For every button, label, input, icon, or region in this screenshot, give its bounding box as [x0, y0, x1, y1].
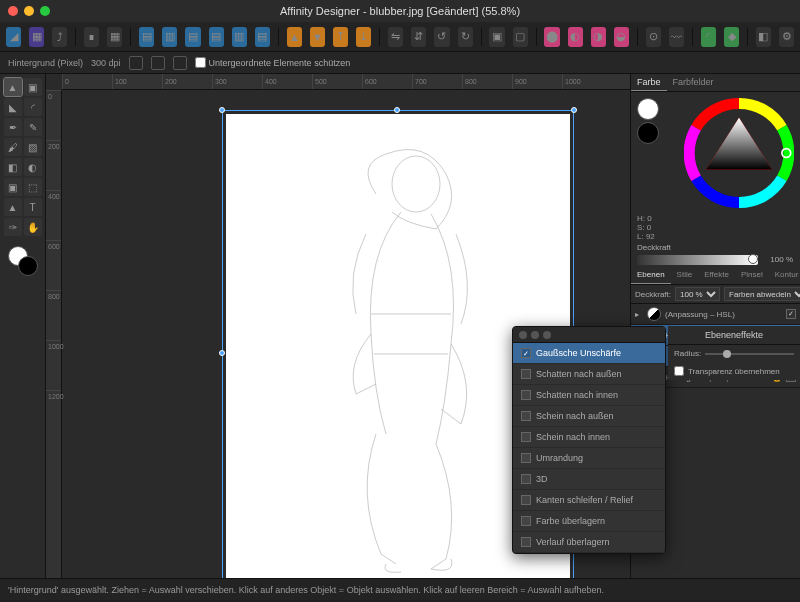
- effect-item[interactable]: Umrandung: [513, 448, 665, 469]
- opacity-value[interactable]: 100 %: [762, 254, 794, 265]
- effect-item[interactable]: Schein nach außen: [513, 406, 665, 427]
- flip-v-button[interactable]: ⇵: [411, 27, 426, 47]
- handle-tr[interactable]: [571, 107, 577, 113]
- effect-item[interactable]: Schatten nach innen: [513, 385, 665, 406]
- align-left-button[interactable]: ▤: [139, 27, 154, 47]
- persona-pixel-button[interactable]: ▦: [29, 27, 44, 47]
- crop-tool[interactable]: ▣: [4, 178, 22, 196]
- corner-button[interactable]: ◜: [701, 27, 716, 47]
- text-tool[interactable]: T: [24, 198, 42, 216]
- handle-ml[interactable]: [219, 350, 225, 356]
- effect-checkbox[interactable]: [521, 537, 531, 547]
- handle-tl[interactable]: [219, 107, 225, 113]
- effect-checkbox[interactable]: [521, 495, 531, 505]
- protect-children-checkbox[interactable]: Untergeordnete Elemente schützen: [195, 57, 351, 68]
- tab-pinsel[interactable]: Pinsel: [735, 267, 769, 284]
- arrange-forward-button[interactable]: ▲: [287, 27, 302, 47]
- boolean-sub-button[interactable]: ◐: [568, 27, 583, 47]
- boolean-int-button[interactable]: ◑: [591, 27, 606, 47]
- effect-item[interactable]: Schatten nach außen: [513, 364, 665, 385]
- layer-effects-panel[interactable]: Gaußsche UnschärfeSchatten nach außenSch…: [512, 326, 666, 554]
- persona-designer-button[interactable]: ◢: [6, 27, 21, 47]
- arrange-last-button[interactable]: ⤓: [356, 27, 371, 47]
- snap-button[interactable]: ∎: [84, 27, 99, 47]
- blend-mode-select[interactable]: Farben abwedeln: [724, 287, 800, 301]
- tab-ebenen[interactable]: Ebenen: [631, 267, 671, 284]
- eyedropper-tool[interactable]: ✑: [4, 218, 22, 236]
- effect-item[interactable]: 3D: [513, 469, 665, 490]
- align-top-button[interactable]: ▤: [209, 27, 224, 47]
- layer-opacity-select[interactable]: 100 %: [675, 287, 720, 301]
- visibility-checkbox[interactable]: [786, 309, 796, 319]
- place-tool[interactable]: ⬚: [24, 178, 42, 196]
- persona-export-button[interactable]: ⤴: [52, 27, 67, 47]
- node-tool[interactable]: ◣: [4, 98, 22, 116]
- effect-checkbox[interactable]: [521, 390, 531, 400]
- color-swatches[interactable]: [8, 246, 38, 276]
- tab-color[interactable]: Farbe: [631, 74, 667, 91]
- align-right-button[interactable]: ▤: [185, 27, 200, 47]
- rotate-ccw-button[interactable]: ↺: [434, 27, 449, 47]
- arrange-front-button[interactable]: ⤒: [333, 27, 348, 47]
- stroke-swatch[interactable]: [637, 122, 659, 144]
- effect-item[interactable]: Farbe überlagern: [513, 511, 665, 532]
- effect-checkbox[interactable]: [521, 474, 531, 484]
- insert-target-button[interactable]: ⊙: [646, 27, 661, 47]
- close-icon[interactable]: [519, 331, 527, 339]
- convert-curves-button[interactable]: 〰: [669, 27, 684, 47]
- fill-swatch[interactable]: [637, 98, 659, 120]
- boolean-add-button[interactable]: ⬤: [544, 27, 559, 47]
- maximize-icon[interactable]: [543, 331, 551, 339]
- preserve-alpha-row[interactable]: Transparenz übernehmen: [668, 362, 800, 380]
- rotate-cw-button[interactable]: ↻: [458, 27, 473, 47]
- effect-checkbox[interactable]: [521, 516, 531, 526]
- corner-tool[interactable]: ◜: [24, 98, 42, 116]
- effect-checkbox[interactable]: [521, 411, 531, 421]
- assets-button[interactable]: ◆: [724, 27, 739, 47]
- transparency-tool[interactable]: ◐: [24, 158, 42, 176]
- context-link-icon[interactable]: [173, 56, 187, 70]
- align-center-button[interactable]: ▥: [162, 27, 177, 47]
- color-wheel[interactable]: [684, 98, 794, 208]
- shape-tool[interactable]: ▲: [4, 198, 22, 216]
- view-mode-button[interactable]: ◧: [756, 27, 771, 47]
- ungroup-button[interactable]: ▢: [513, 27, 528, 47]
- tab-stile[interactable]: Stile: [671, 267, 699, 284]
- effect-checkbox[interactable]: [521, 348, 531, 358]
- tab-kontur[interactable]: Kontur: [769, 267, 800, 284]
- artboard-tool[interactable]: ▣: [24, 78, 42, 96]
- effect-item[interactable]: Gaußsche Unschärfe: [513, 343, 665, 364]
- opacity-slider[interactable]: [637, 255, 758, 265]
- arrange-back-button[interactable]: ▼: [310, 27, 325, 47]
- grid-button[interactable]: ▦: [107, 27, 122, 47]
- align-bottom-button[interactable]: ▤: [255, 27, 270, 47]
- gradient-tool[interactable]: ◧: [4, 158, 22, 176]
- pencil-tool[interactable]: ✎: [24, 118, 42, 136]
- boolean-xor-button[interactable]: ◒: [614, 27, 629, 47]
- fill-tool[interactable]: ▨: [24, 138, 42, 156]
- effect-item[interactable]: Schein nach innen: [513, 427, 665, 448]
- context-ratio-icon[interactable]: [151, 56, 165, 70]
- pen-tool[interactable]: ✒: [4, 118, 22, 136]
- layer-row[interactable]: ▸(Anpassung – HSL): [631, 304, 800, 325]
- tab-effekte[interactable]: Effekte: [698, 267, 735, 284]
- background-swatch[interactable]: [18, 256, 38, 276]
- preserve-alpha-checkbox[interactable]: [674, 366, 684, 376]
- context-dpi[interactable]: 300 dpi: [91, 58, 121, 68]
- minimize-icon[interactable]: [531, 331, 539, 339]
- align-middle-button[interactable]: ▥: [232, 27, 247, 47]
- effect-checkbox[interactable]: [521, 432, 531, 442]
- tab-swatches[interactable]: Farbfelder: [667, 74, 720, 91]
- context-lock-icon[interactable]: [129, 56, 143, 70]
- vector-brush-tool[interactable]: 🖌: [4, 138, 22, 156]
- prefs-button[interactable]: ⚙: [779, 27, 794, 47]
- effect-checkbox[interactable]: [521, 453, 531, 463]
- effect-item[interactable]: Kanten schleifen / Relief: [513, 490, 665, 511]
- effects-panel-titlebar[interactable]: [513, 327, 665, 343]
- group-button[interactable]: ▣: [489, 27, 504, 47]
- hand-tool[interactable]: ✋: [24, 218, 42, 236]
- effect-checkbox[interactable]: [521, 369, 531, 379]
- flip-h-button[interactable]: ⇋: [388, 27, 403, 47]
- effect-item[interactable]: Verlauf überlagern: [513, 532, 665, 553]
- radius-slider[interactable]: [705, 353, 794, 355]
